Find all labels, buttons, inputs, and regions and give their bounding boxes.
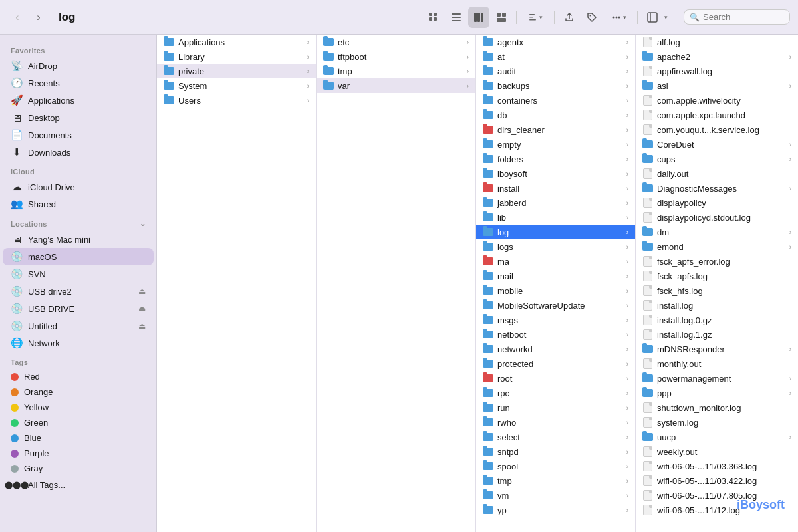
arrange-button[interactable]: ▾ [521, 7, 550, 28]
col-item[interactable]: Library› [157, 49, 316, 64]
eject-icon[interactable]: ⏏ [138, 287, 146, 296]
col-item[interactable]: ppp› [636, 386, 798, 400]
sidebar-item-applications[interactable]: 🚀 Applications [3, 92, 154, 109]
view-list-button[interactable] [446, 7, 467, 28]
sidebar-item-icloud-drive[interactable]: ☁ iCloud Drive [3, 178, 154, 196]
col-item[interactable]: empty› [476, 137, 635, 152]
col-item[interactable]: mobile› [476, 283, 635, 298]
col-item[interactable]: rpc› [476, 386, 635, 400]
col-item[interactable]: com.youqu.t...k.service.log [636, 122, 798, 137]
col-item[interactable]: msgs› [476, 313, 635, 327]
share-button[interactable] [559, 7, 580, 28]
sidebar-item-desktop[interactable]: 🖥 Desktop [3, 109, 154, 126]
tag-button[interactable] [581, 7, 602, 28]
col-item[interactable]: sntpd› [476, 444, 635, 459]
col-item[interactable]: private› [157, 64, 316, 78]
col-item[interactable]: root› [476, 371, 635, 386]
col-item[interactable]: lib› [476, 210, 635, 225]
col-item[interactable]: CoreDuet› [636, 137, 798, 152]
col-item[interactable]: fsck_apfs.log [636, 269, 798, 283]
col-item[interactable]: networkd› [476, 342, 635, 356]
col-item[interactable]: run› [476, 400, 635, 415]
view-columns-button[interactable] [468, 7, 489, 28]
col-item[interactable]: displaypolicyd.stdout.log [636, 210, 798, 225]
col-item[interactable]: emond› [636, 239, 798, 254]
col-item[interactable]: select› [476, 430, 635, 444]
col-item[interactable]: containers› [476, 93, 635, 108]
col-item[interactable]: wifi-06-05-...11/03.422.log [636, 473, 798, 488]
back-button[interactable]: ‹ [8, 8, 27, 27]
col-item[interactable]: mail› [476, 269, 635, 283]
sidebar-item-network[interactable]: 🌐 Network [3, 334, 154, 352]
sidebar-item-macos[interactable]: 💿 macOS [3, 248, 154, 265]
col-item[interactable]: monthly.out [636, 356, 798, 371]
col-item[interactable]: yp› [476, 503, 635, 517]
col-item[interactable]: vm› [476, 488, 635, 503]
col-item[interactable]: uucp› [636, 430, 798, 444]
col-item[interactable]: install.log [636, 298, 798, 313]
sidebar-item-untitled[interactable]: 💿 Untitled ⏏ [3, 317, 154, 334]
col-item[interactable]: system.log [636, 415, 798, 430]
more-button[interactable]: ▾ [604, 7, 633, 28]
sidebar-item-recents[interactable]: 🕐 Recents [3, 74, 154, 92]
col-item[interactable]: Applications› [157, 35, 316, 49]
sidebar-item-shared[interactable]: 👥 Shared [3, 196, 154, 213]
sidebar-item-gray[interactable]: Gray [3, 461, 154, 476]
col-item[interactable]: DiagnosticMessages› [636, 181, 798, 196]
col-item[interactable]: folders› [476, 152, 635, 166]
col-item[interactable]: spool› [476, 459, 635, 473]
sidebar-item-usb-drive2[interactable]: 💿 USB drive2 ⏏ [3, 283, 154, 300]
view-gallery-button[interactable] [491, 7, 512, 28]
col-item[interactable]: appfirewall.log [636, 64, 798, 78]
col-item[interactable]: agentx› [476, 35, 635, 49]
eject-icon[interactable]: ⏏ [138, 304, 146, 313]
col-item[interactable]: dirs_cleaner› [476, 122, 635, 137]
col-item[interactable]: displaypolicy [636, 196, 798, 210]
col-item[interactable]: audit› [476, 64, 635, 78]
sidebar-item-svn[interactable]: 💿 SVN [3, 265, 154, 283]
col-item[interactable]: jabberd› [476, 196, 635, 210]
col-item[interactable]: log› [476, 225, 635, 239]
sidebar-toggle-button[interactable] [642, 7, 663, 28]
col-item[interactable]: shutdown_monitor.log [636, 400, 798, 415]
sidebar-item-documents[interactable]: 📄 Documents [3, 126, 154, 144]
col-item[interactable]: logs› [476, 239, 635, 254]
sidebar-item-orange[interactable]: Orange [3, 384, 154, 400]
col-item[interactable]: com.apple.wifivelocity [636, 93, 798, 108]
col-item[interactable]: wifi-06-05-...11/03.368.log [636, 459, 798, 473]
sidebar-item-yangs-mac-mini[interactable]: 🖥 Yang's Mac mini [3, 231, 154, 248]
col-item[interactable]: dm› [636, 225, 798, 239]
col-item[interactable]: daily.out [636, 166, 798, 181]
col-item[interactable]: mDNSResponder› [636, 342, 798, 356]
col-item[interactable]: rwho› [476, 415, 635, 430]
col-item[interactable]: db› [476, 108, 635, 122]
search-input[interactable] [703, 12, 783, 22]
col-item[interactable]: fsck_hfs.log [636, 283, 798, 298]
col-item[interactable]: wifi-06-05-...11/07.805.log [636, 488, 798, 503]
col-item[interactable]: tftpboot› [317, 49, 475, 64]
col-item[interactable]: fsck_apfs_error.log [636, 254, 798, 269]
col-item[interactable]: iboysoft› [476, 166, 635, 181]
col-item[interactable]: backups› [476, 78, 635, 93]
sidebar-item-blue[interactable]: Blue [3, 430, 154, 446]
col-item[interactable]: asl› [636, 78, 798, 93]
col-item[interactable]: tmp› [317, 64, 475, 78]
col-item[interactable]: com.apple.xpc.launchd [636, 108, 798, 122]
col-item[interactable]: install.log.1.gz [636, 327, 798, 342]
sidebar-item-usb-drive[interactable]: 💿 USB DRIVE ⏏ [3, 300, 154, 317]
col-item[interactable]: cups› [636, 152, 798, 166]
col-item[interactable]: tmp› [476, 473, 635, 488]
sidebar-item-purple[interactable]: Purple [3, 446, 154, 461]
col-item[interactable]: at› [476, 49, 635, 64]
col-item[interactable]: var› [317, 78, 475, 93]
col-item[interactable]: MobileSoftwareUpdate› [476, 298, 635, 313]
view-grid-button[interactable] [423, 7, 444, 28]
col-item[interactable]: Users› [157, 93, 316, 108]
search-box[interactable]: 🔍 [684, 9, 790, 25]
col-item[interactable]: System› [157, 78, 316, 93]
sidebar-item-red[interactable]: Red [3, 369, 154, 384]
sidebar-item-all-tags[interactable]: ⬤⬤⬤ All Tags... [3, 476, 154, 493]
col-item[interactable]: apache2› [636, 49, 798, 64]
col-item[interactable]: install› [476, 181, 635, 196]
col-item[interactable]: powermanagement› [636, 371, 798, 386]
